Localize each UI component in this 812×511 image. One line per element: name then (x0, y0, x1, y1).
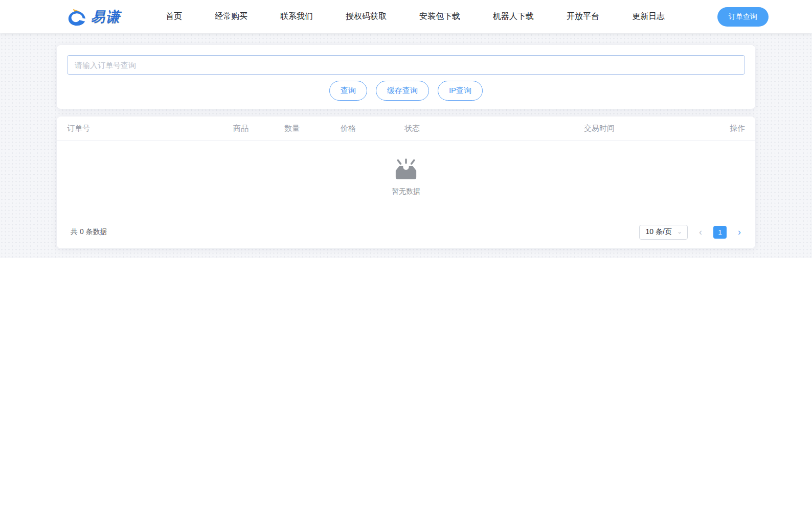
query-button[interactable]: IP查询 (438, 81, 483, 101)
page-size-select[interactable]: 10 条/页 ⌄ (639, 225, 688, 240)
table-header-row: 订单号商品数量价格状态交易时间操作 (57, 117, 755, 141)
total-count-text: 共 0 条数据 (71, 227, 107, 237)
table-column-header: 订单号 (67, 124, 233, 133)
table-footer: 共 0 条数据 10 条/页 ⌄ ‹ 1 › (57, 216, 755, 248)
query-button[interactable]: 缓存查询 (376, 81, 429, 101)
page-number-button[interactable]: 1 (713, 226, 727, 239)
search-buttons: 查询缓存查询IP查询 (67, 81, 745, 101)
empty-state: 暂无数据 (57, 141, 755, 216)
table-column-header: 价格 (341, 124, 404, 133)
content-band: 查询缓存查询IP查询 订单号商品数量价格状态交易时间操作 (0, 33, 812, 258)
empty-inbox-icon (392, 157, 420, 182)
nav-item[interactable]: 首页 (166, 11, 182, 22)
table-column-header: 状态 (404, 124, 522, 133)
logo-swoosh-icon (65, 8, 88, 26)
orders-table-card: 订单号商品数量价格状态交易时间操作 暂无数据 共 0 条数据 (57, 117, 755, 248)
brand-name: 易谦 (91, 8, 121, 26)
nav-item[interactable]: 经常购买 (215, 11, 247, 22)
prev-page-button[interactable]: ‹ (698, 227, 703, 237)
main-nav: 首页经常购买联系我们授权码获取安装包下载机器人下载开放平台更新日志 (166, 11, 717, 22)
nav-item[interactable]: 联系我们 (280, 11, 313, 22)
table-column-header: 数量 (284, 124, 341, 133)
pagination: 10 条/页 ⌄ ‹ 1 › (639, 225, 742, 240)
nav-item[interactable]: 更新日志 (632, 11, 665, 22)
nav-item[interactable]: 授权码获取 (346, 11, 387, 22)
order-query-button[interactable]: 订单查询 (717, 7, 769, 27)
empty-text: 暂无数据 (392, 187, 420, 196)
table-column-header: 商品 (233, 124, 284, 133)
page-size-value: 10 条/页 (646, 227, 672, 237)
order-number-input[interactable] (67, 55, 745, 75)
table-column-header: 操作 (730, 124, 745, 133)
top-header: 易谦 首页经常购买联系我们授权码获取安装包下载机器人下载开放平台更新日志 订单查… (0, 0, 812, 33)
table-column-header: 交易时间 (522, 124, 730, 133)
search-card: 查询缓存查询IP查询 (57, 45, 755, 109)
chevron-down-icon: ⌄ (677, 229, 682, 235)
brand-logo[interactable]: 易谦 (65, 8, 121, 26)
nav-item[interactable]: 开放平台 (567, 11, 599, 22)
query-button[interactable]: 查询 (329, 81, 367, 101)
nav-item[interactable]: 机器人下载 (493, 11, 534, 22)
next-page-button[interactable]: › (737, 227, 742, 237)
nav-item[interactable]: 安装包下载 (419, 11, 460, 22)
